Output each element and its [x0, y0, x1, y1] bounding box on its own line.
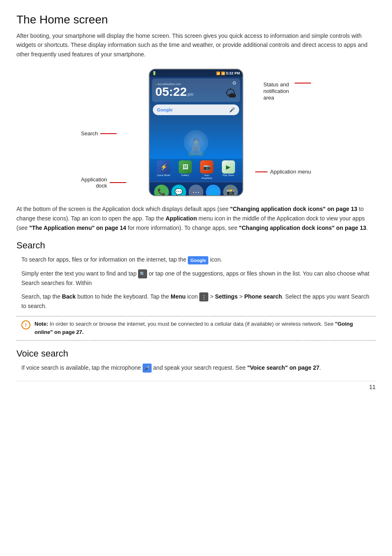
note-inner: ! Note: In order to search or browse the… [16, 317, 376, 340]
callout-search-line [100, 133, 117, 134]
dock-phone-icon: 📞 [154, 185, 169, 197]
dock-browser-icon: 🌐 [206, 185, 221, 197]
mic-icon: 🎤 [229, 107, 235, 113]
dock-apps-menu-icon: ⋯ [189, 185, 203, 197]
callout-app-dock-label: Applicationdock [81, 176, 107, 189]
weather-sun-icon: 🌤 [225, 87, 237, 100]
phone-diagram-wrapper: 🔋 📶 📶 5:22 PM ● AccuWeather.com [16, 69, 376, 196]
callout-search: Search [81, 130, 117, 137]
voice-search-title: Voice search [16, 348, 376, 359]
voice-search-para: If voice search is available, tap the mi… [16, 363, 376, 373]
callout-status: Status andnotification area [263, 81, 311, 101]
app-play-store: ▶ Play Store [222, 160, 235, 180]
wallpaper-figure: 🧘 [186, 137, 206, 157]
callout-app-menu: Application menu [255, 169, 311, 175]
phone-wallpaper: 🧘 [150, 118, 242, 159]
status-left-icons: 🔋 [152, 71, 157, 75]
intro-paragraph: After booting, your smartphone will disp… [16, 31, 376, 59]
quick-mode-label: Quick Mode [157, 174, 170, 177]
settings-gear-icon: ⚙ [232, 80, 237, 86]
note-border-bottom [16, 340, 376, 341]
status-bar: 🔋 📶 📶 5:22 PM [150, 70, 242, 77]
mic-badge-icon: 🎤 [143, 364, 152, 373]
callout-status-label: Status andnotification area [263, 81, 289, 101]
gallery-icon-box: 🖼 [179, 160, 192, 174]
search-icon: 🔍 [138, 269, 147, 278]
weather-period: pm [188, 92, 194, 97]
search-section-title: Search [16, 240, 376, 251]
body-paragraph: At the bottom of the screen is the Appli… [16, 204, 376, 233]
app-gallery: 🖼 Gallery [179, 160, 192, 180]
status-time: 5:22 PM [226, 71, 240, 75]
link-changing-dock-2: "Changing application dock icons" on pag… [239, 225, 367, 231]
note-warning-icon: ! [21, 320, 30, 329]
callout-app-dock-line [110, 182, 126, 183]
signal-icon: 📶 [221, 72, 225, 75]
callout-app-menu-line [255, 171, 267, 172]
search-para-3: Search, tap the Back button to hide the … [16, 292, 376, 311]
status-right-icons: 📶 📶 5:22 PM [216, 71, 240, 75]
play-store-label: Play Store [223, 174, 234, 177]
link-changing-dock-1: "Changing application dock icons" on pag… [230, 206, 357, 212]
dock-camera-icon: 📸 [223, 185, 238, 197]
callout-status-line [295, 83, 311, 83]
callout-search-label: Search [81, 130, 98, 137]
application-dock: 📞 💬 ⋯ 🌐 📸 [150, 182, 242, 197]
app-acer-snapnote: 📷 AcerSnapNote [200, 160, 213, 180]
weather-time-display: 05:22 [155, 86, 187, 98]
dock-messages-icon: 💬 [171, 185, 186, 197]
callout-app-menu-label: Application menu [270, 169, 311, 175]
diagram-container: 🔋 📶 📶 5:22 PM ● AccuWeather.com [81, 69, 311, 196]
google-badge: Google [188, 256, 208, 264]
app-icons-row: ⚡ Quick Mode 🖼 Gallery 📷 AcerSnapNote ▶ … [150, 159, 242, 181]
app-quick-mode: ⚡ Quick Mode [157, 160, 170, 180]
weather-widget: ● AccuWeather.com 05:22 pm ⚙ 🌤 [152, 79, 240, 102]
link-app-menu: "The Application menu" on page 14 [29, 225, 126, 231]
battery-icon: 🔋 [152, 71, 157, 75]
snapnote-icon-box: 📷 [200, 160, 213, 174]
weather-left: ● AccuWeather.com 05:22 pm [155, 83, 194, 98]
snapnote-label: AcerSnapNote [201, 174, 212, 180]
play-store-icon-box: ▶ [222, 160, 235, 174]
wifi-icon: 📶 [216, 72, 220, 75]
quick-mode-icon-box: ⚡ [157, 160, 170, 174]
search-para-1: To search for apps, files or for informa… [16, 255, 376, 264]
menu-dots-icon: ⋮ [199, 292, 208, 301]
gallery-label: Gallery [181, 174, 189, 177]
page-number: 11 [16, 381, 376, 390]
callout-app-dock: Applicationdock [81, 176, 126, 189]
note-box: ! Note: In order to search or browse the… [16, 316, 376, 341]
note-text: Note: In order to search or browse the i… [35, 320, 370, 336]
google-logo-text: Google [157, 107, 173, 112]
search-para-2: Simply enter the text you want to find a… [16, 269, 376, 288]
phone-frame: 🔋 📶 📶 5:22 PM ● AccuWeather.com [149, 69, 243, 196]
page-title: The Home screen [16, 13, 376, 26]
google-search-bar[interactable]: Google 🎤 [153, 104, 239, 115]
